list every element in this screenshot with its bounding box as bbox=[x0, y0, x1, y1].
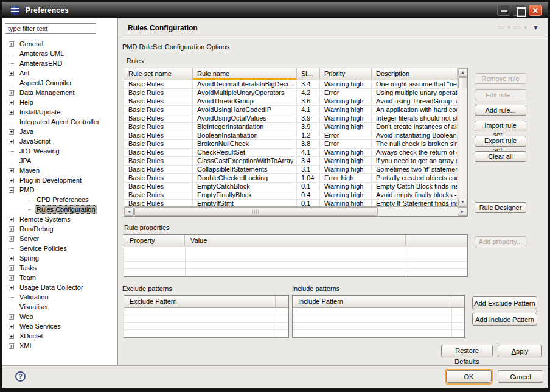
titlebar[interactable]: Preferences ✕ bbox=[2, 2, 548, 18]
expand-icon[interactable]: + bbox=[9, 217, 14, 222]
sidebar-item-server[interactable]: +Server bbox=[2, 234, 117, 243]
expand-icon[interactable]: + bbox=[9, 71, 14, 76]
sidebar-item-plug-in-development[interactable]: +Plug-in Development bbox=[2, 175, 117, 185]
sidebar-item-cpd-preferences[interactable]: CPD Preferences bbox=[2, 195, 117, 205]
scroll-left-icon[interactable]: ◄ bbox=[124, 207, 134, 216]
sidebar-item-help[interactable]: +Help bbox=[2, 97, 117, 107]
rule-row[interactable]: Basic RulesAvoidThreadGroup3.6Warning hi… bbox=[124, 97, 467, 106]
add-exclude-pattern-button[interactable]: Add Exclude Pattern bbox=[472, 296, 537, 309]
back-dropdown-icon[interactable]: ▾ bbox=[507, 24, 510, 30]
close-button[interactable]: ✕ bbox=[529, 5, 542, 16]
sidebar-item-xdoclet[interactable]: +XDoclet bbox=[2, 331, 117, 341]
rule-row[interactable]: Basic RulesBrokenNullCheck3.8ErrorThe nu… bbox=[124, 140, 467, 149]
restore-defaults-button[interactable]: Restore Defaults bbox=[441, 345, 493, 357]
rule-row[interactable]: Basic RulesAvoidUsingHardCodedIP4.1Warni… bbox=[124, 106, 467, 114]
expand-icon[interactable]: + bbox=[9, 285, 14, 290]
rule-row[interactable]: Basic RulesAvoidMultipleUnaryOperators4.… bbox=[124, 89, 467, 97]
sidebar-item-web[interactable]: +Web bbox=[2, 312, 117, 321]
expand-icon[interactable]: + bbox=[9, 90, 14, 96]
maximize-button[interactable] bbox=[513, 5, 526, 16]
rule-row[interactable]: Basic RulesClassCastExceptionWithToArray… bbox=[124, 157, 467, 166]
sidebar-item-java[interactable]: +Java bbox=[2, 127, 117, 136]
expand-icon[interactable]: + bbox=[9, 256, 14, 261]
column-header-priority[interactable]: Priority bbox=[320, 68, 372, 80]
back-icon[interactable]: ⇦ bbox=[497, 23, 505, 32]
rule-row[interactable]: Basic RulesAvoidUsingOctalValues3.9Warni… bbox=[124, 114, 467, 123]
apply-button[interactable]: Apply bbox=[498, 345, 542, 357]
expand-icon[interactable]: + bbox=[9, 236, 14, 242]
help-icon[interactable]: ? bbox=[15, 371, 26, 382]
vertical-scroll-track[interactable] bbox=[458, 88, 467, 198]
rule-row[interactable]: Basic RulesEmptyFinallyBlock0.4Warning h… bbox=[124, 191, 467, 200]
ok-button[interactable]: OK bbox=[446, 370, 492, 383]
sidebar-item-service-policies[interactable]: Service Policies bbox=[2, 243, 117, 253]
sidebar-item-spring[interactable]: +Spring bbox=[2, 253, 117, 263]
rules-horizontal-scrollbar[interactable]: ◄ ► bbox=[124, 206, 467, 216]
sidebar-item-install-update[interactable]: +Install/Update bbox=[2, 107, 117, 117]
column-header-include-pattern[interactable]: Include Pattern bbox=[293, 296, 451, 307]
rule-row[interactable]: Basic RulesDoubleCheckedLocking1.04Error… bbox=[124, 174, 467, 183]
expand-icon[interactable]: + bbox=[9, 314, 14, 320]
view-menu-icon[interactable]: ▼ bbox=[532, 24, 539, 31]
expand-icon[interactable]: + bbox=[9, 139, 14, 144]
expand-icon[interactable]: + bbox=[9, 129, 14, 135]
import-rule-set-button[interactable]: Import rule set... bbox=[475, 121, 526, 131]
sidebar-item-visualiser[interactable]: Visualiser bbox=[2, 302, 117, 312]
forward-icon[interactable]: ⇨ bbox=[513, 23, 521, 32]
column-header-rule-name[interactable]: Rule name bbox=[193, 68, 297, 80]
clear-all-button[interactable]: Clear all bbox=[475, 151, 526, 162]
sidebar-item-run-debug[interactable]: +Run/Debug bbox=[2, 224, 117, 234]
vertical-scroll-thumb[interactable] bbox=[458, 77, 467, 88]
scroll-up-icon[interactable]: ▲ bbox=[458, 68, 467, 77]
forward-dropdown-icon[interactable]: ▾ bbox=[524, 24, 527, 30]
rule-row[interactable]: Basic RulesEmptyCatchBlock0.1Warning hig… bbox=[124, 183, 467, 191]
add-include-pattern-button[interactable]: Add Include Pattern bbox=[472, 313, 537, 326]
expand-icon[interactable]: + bbox=[9, 110, 14, 115]
rule-row[interactable]: Basic RulesAvoidDecimalLiteralsInBigDeci… bbox=[124, 80, 467, 89]
add-rule-button[interactable]: Add rule... bbox=[475, 105, 526, 116]
column-header-exclude-pattern[interactable]: Exclude Pattern bbox=[124, 296, 276, 307]
sidebar-item-amateras-uml[interactable]: Amateras UML bbox=[2, 49, 117, 58]
rule-designer-button[interactable]: Rule Designer bbox=[475, 202, 526, 213]
sidebar-item-data-management[interactable]: +Data Management bbox=[2, 88, 117, 97]
minimize-button[interactable] bbox=[497, 5, 510, 16]
rules-vertical-scrollbar[interactable]: ▲ ▼ bbox=[458, 68, 467, 206]
collapse-icon[interactable]: − bbox=[9, 187, 14, 193]
sidebar-item-aspectj-compiler[interactable]: AspectJ Compiler bbox=[2, 78, 117, 88]
cancel-button[interactable]: Cancel bbox=[498, 370, 543, 383]
rule-row[interactable]: Basic RulesCollapsibleIfStatements3.1War… bbox=[124, 166, 467, 174]
sidebar-item-ant[interactable]: +Ant bbox=[2, 68, 117, 78]
remove-rule-button[interactable]: Remove rule bbox=[475, 73, 526, 84]
expand-icon[interactable]: + bbox=[9, 168, 14, 173]
sidebar-item-web-services[interactable]: +Web Services bbox=[2, 321, 117, 331]
expand-icon[interactable]: + bbox=[9, 343, 14, 349]
rule-row[interactable]: Basic RulesBooleanInstantiation1.2ErrorA… bbox=[124, 131, 467, 140]
sidebar-item-integrated-agent-controller[interactable]: Integrated Agent Controller bbox=[2, 117, 117, 127]
scroll-right-icon[interactable]: ► bbox=[458, 207, 467, 216]
column-header-since[interactable]: Si... bbox=[297, 68, 320, 80]
horizontal-scroll-thumb[interactable] bbox=[134, 207, 378, 216]
sidebar-item-remote-systems[interactable]: +Remote Systems bbox=[2, 214, 117, 224]
sidebar-item-xml[interactable]: +XML bbox=[2, 341, 117, 351]
add-property-button[interactable]: Add property... bbox=[475, 236, 526, 247]
sidebar-item-validation[interactable]: Validation bbox=[2, 292, 117, 302]
column-header-description[interactable]: Description bbox=[372, 68, 458, 80]
sidebar-item-team[interactable]: +Team bbox=[2, 273, 117, 282]
edit-rule-button[interactable]: Edit rule... bbox=[475, 89, 526, 100]
expand-icon[interactable]: + bbox=[9, 226, 14, 232]
export-rule-set-button[interactable]: Export rule set... bbox=[475, 136, 526, 147]
sidebar-item-usage-data-collector[interactable]: +Usage Data Collector bbox=[2, 282, 117, 292]
sidebar-item-jdt-weaving[interactable]: JDT Weaving bbox=[2, 146, 117, 156]
sidebar-item-tasks[interactable]: +Tasks bbox=[2, 263, 117, 273]
expand-icon[interactable]: + bbox=[9, 324, 14, 329]
column-header-property[interactable]: Property bbox=[124, 235, 185, 247]
expand-icon[interactable]: + bbox=[9, 334, 14, 339]
sidebar-item-pmd[interactable]: −PMD bbox=[2, 185, 117, 195]
filter-input[interactable] bbox=[5, 23, 96, 34]
sidebar-item-jpa[interactable]: JPA bbox=[2, 156, 117, 166]
rule-row[interactable]: Basic RulesBigIntegerInstantiation3.9War… bbox=[124, 123, 467, 131]
sidebar-item-amateraserd[interactable]: AmaterasERD bbox=[2, 58, 117, 68]
expand-icon[interactable]: + bbox=[9, 178, 14, 183]
rule-row[interactable]: Basic RulesCheckResultSet4.1Warning high… bbox=[124, 149, 467, 157]
sidebar-item-javascript[interactable]: +JavaScript bbox=[2, 136, 117, 146]
